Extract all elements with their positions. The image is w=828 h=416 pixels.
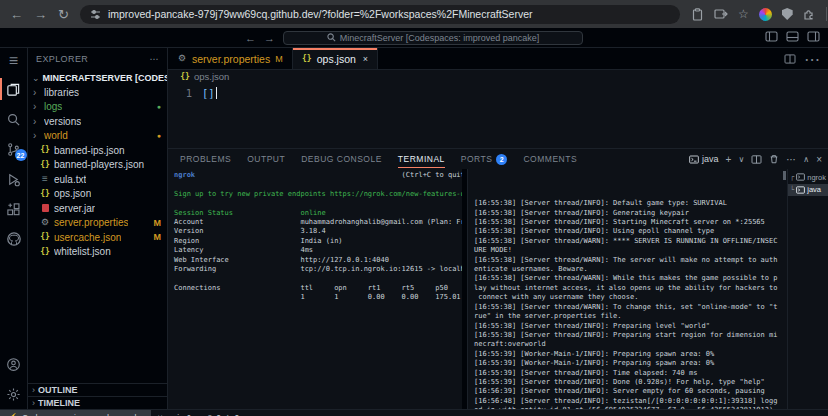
- explorer-item-label: usercache.json: [54, 232, 121, 243]
- editor-tab-label: server.properties: [192, 53, 270, 65]
- editor-tabbar: server.propertiesMops.json× ⋯: [168, 48, 828, 70]
- panel-more-actions-icon[interactable]: ⋯: [786, 154, 796, 165]
- toggle-sidebar-icon[interactable]: [765, 31, 778, 42]
- split-editor-icon[interactable]: [784, 54, 796, 64]
- explorer-item-usercache.json[interactable]: usercache.jsonM: [28, 230, 167, 245]
- terminal-line: 1 1 0.00 0.00 175.01 17.40: [174, 293, 462, 302]
- clipboard-icon[interactable]: [691, 8, 704, 21]
- editor-tab-server.properties[interactable]: server.propertiesM: [168, 48, 293, 69]
- accounts-icon[interactable]: [0, 349, 28, 379]
- workspace-section-header[interactable]: ⌄ MINECRAFTSERVER [CODESPACES: IMPRO...: [28, 70, 167, 85]
- new-terminal-icon[interactable]: +: [726, 154, 732, 165]
- close-panel-icon[interactable]: ×: [816, 154, 822, 165]
- split-terminal-icon[interactable]: [751, 155, 762, 164]
- source-control-activity-icon[interactable]: 22: [0, 134, 28, 164]
- terminal-line: [16:55:39] [Worker-Main-1/INFO]: Prepari…: [474, 350, 787, 359]
- history-forward-icon[interactable]: →: [264, 32, 275, 44]
- customize-layout-icon[interactable]: [807, 31, 820, 42]
- browser-refresh-icon[interactable]: ↻: [58, 8, 69, 21]
- branch-indicator[interactable]: ⑂ main ↻: [151, 413, 200, 416]
- extensions-activity-icon[interactable]: [0, 194, 28, 224]
- bookmark-star-icon[interactable]: ☆: [738, 8, 749, 20]
- terminal-text: Latency 4ms: [174, 246, 313, 254]
- panel-tab-debug-console[interactable]: DEBUG CONSOLE: [301, 149, 382, 169]
- explorer-activity-icon[interactable]: [0, 74, 28, 104]
- vscode-titlebar: ← → MinecraftServer [Codespaces: improve…: [0, 28, 828, 48]
- json-file-icon: [40, 248, 50, 256]
- explorer-header: EXPLORER ⋯: [28, 48, 167, 70]
- explorer-item-server.properties[interactable]: server.propertiesM: [28, 216, 167, 231]
- explorer-item-banned-ips.json[interactable]: banned-ips.json: [28, 143, 167, 158]
- maximize-panel-icon[interactable]: ∧: [803, 155, 809, 164]
- bottom-panel: PROBLEMSOUTPUTDEBUG CONSOLETERMINALPORTS…: [168, 148, 828, 409]
- sidebar-bottom-sections: › OUTLINE › TIMELINE: [28, 383, 167, 409]
- remote-indicator[interactable]: ⚡ Codespaces: improved pancake: [0, 410, 151, 416]
- history-back-icon[interactable]: ←: [245, 32, 256, 44]
- terminal-list-item-ngrok[interactable]: ┌ngrok: [788, 171, 828, 184]
- panel-tab-label: PROBLEMS: [180, 154, 231, 164]
- kill-terminal-trash-icon[interactable]: [769, 154, 779, 164]
- outline-section[interactable]: › OUTLINE: [28, 383, 167, 396]
- address-bar[interactable]: improved-pancake-979j79ww69cq.github.dev…: [80, 5, 680, 24]
- editor-line: 1[]: [168, 85, 828, 100]
- explorer-item-ops.json[interactable]: ops.json: [28, 187, 167, 202]
- terminal-text: Region India (in): [174, 237, 343, 245]
- terminal-line: [16:55:38] [Server thread/INFO]: Default…: [474, 199, 787, 208]
- java-terminal-pane[interactable]: [16:55:38] [Server thread/INFO]: Default…: [467, 169, 787, 409]
- site-settings-icon[interactable]: [90, 9, 101, 20]
- problems-indicator[interactable]: ⊗ 0 ⚠ 0: [200, 413, 245, 416]
- menu-icon[interactable]: ≡: [0, 48, 28, 74]
- explorer-item-server.jar[interactable]: server.jar: [28, 201, 167, 216]
- panel-tab-comments[interactable]: COMMENTS: [523, 149, 577, 169]
- panel-tab-output[interactable]: OUTPUT: [247, 149, 285, 169]
- terminal-line: [174, 180, 462, 189]
- workspace-section-label: MINECRAFTSERVER [CODESPACES: IMPRO...: [43, 73, 167, 83]
- explorer-item-world[interactable]: ›world●: [28, 129, 167, 144]
- terminal-dropdown-icon[interactable]: ∨: [738, 155, 744, 164]
- browser-back-icon[interactable]: ←: [10, 8, 23, 21]
- command-center-search[interactable]: MinecraftServer [Codespaces: improved pa…: [283, 31, 583, 45]
- run-debug-activity-icon[interactable]: [0, 164, 28, 194]
- warning-icon: ⚠: [224, 413, 232, 416]
- ngrok-terminal-pane[interactable]: ngrok (Ctrl+C to quit) Sign up to try ne…: [168, 169, 462, 409]
- search-activity-icon[interactable]: [0, 104, 28, 134]
- toggle-panel-icon[interactable]: [786, 31, 799, 42]
- terminal-scrollbar[interactable]: [783, 171, 786, 180]
- panel-tabs: PROBLEMSOUTPUTDEBUG CONSOLETERMINALPORTS…: [180, 149, 577, 169]
- explorer-item-banned-players.json[interactable]: banned-players.json: [28, 158, 167, 173]
- explorer-item-whitelist.json[interactable]: whitelist.json: [28, 245, 167, 260]
- color-wheel-extension-icon[interactable]: [759, 8, 772, 21]
- shield-extension-icon[interactable]: [782, 8, 793, 20]
- explorer-item-label: versions: [44, 116, 81, 127]
- git-modified-badge: M: [154, 232, 162, 242]
- explorer-item-versions[interactable]: ›versions: [28, 114, 167, 129]
- terminal-list-label: ngrok: [807, 173, 826, 182]
- tab-close-icon[interactable]: ×: [363, 54, 368, 64]
- panel-actions: java + ∨ ⋯ ∧ ×: [689, 149, 822, 169]
- terminal-profile[interactable]: java: [689, 154, 719, 164]
- explorer-item-logs[interactable]: ›logs●: [28, 100, 167, 115]
- timeline-section[interactable]: › TIMELINE: [28, 396, 167, 409]
- settings-gear-icon[interactable]: [0, 379, 28, 409]
- chevron-right-icon: ›: [32, 385, 35, 395]
- terminal-line: connect with any username they choose.: [474, 293, 787, 302]
- breadcrumb[interactable]: ops.json: [168, 70, 828, 83]
- terminal-list-item-java[interactable]: └java: [788, 184, 828, 197]
- panel-tab-problems[interactable]: PROBLEMS: [180, 149, 231, 169]
- github-activity-icon[interactable]: [0, 224, 28, 254]
- editor-content[interactable]: 1[]: [168, 83, 828, 148]
- explorer-item-eula.txt[interactable]: eula.txt: [28, 172, 167, 187]
- browser-forward-icon[interactable]: →: [34, 8, 47, 21]
- open-in-window-icon[interactable]: [714, 8, 728, 20]
- panel-tab-ports[interactable]: PORTS2: [461, 149, 508, 169]
- panel-tab-terminal[interactable]: TERMINAL: [398, 149, 445, 169]
- editor-tab-ops.json[interactable]: ops.json×: [293, 48, 378, 69]
- json-file-icon: [180, 73, 190, 81]
- terminal-line: [174, 199, 462, 208]
- git-status-dot: ●: [157, 103, 161, 110]
- extensions-puzzle-icon[interactable]: [803, 8, 816, 21]
- explorer-item-libraries[interactable]: ›libraries: [28, 85, 167, 100]
- explorer-more-actions-icon[interactable]: ⋯: [150, 54, 159, 64]
- panel-tabbar: PROBLEMSOUTPUTDEBUG CONSOLETERMINALPORTS…: [168, 149, 828, 169]
- editor-more-actions-icon[interactable]: ⋯: [804, 50, 820, 69]
